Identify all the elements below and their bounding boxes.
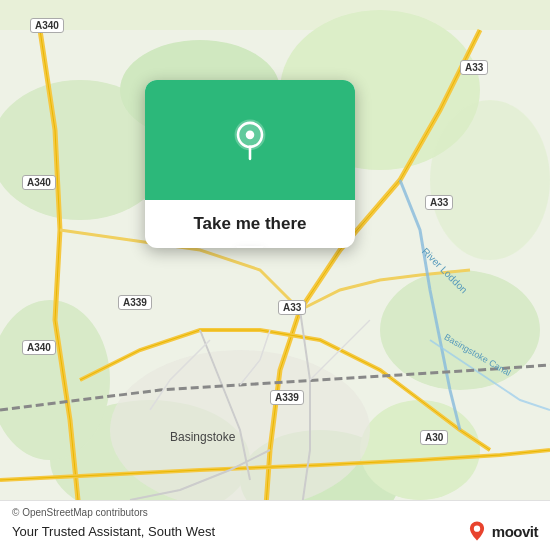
map-container: A340 A33 A340 A33 A339 A33 A340 A339 A30…: [0, 0, 550, 550]
road-label-a339-left: A339: [118, 295, 152, 310]
road-label-a30: A30: [420, 430, 448, 445]
road-label-a33-top: A33: [460, 60, 488, 75]
location-pin-icon: [226, 116, 274, 164]
attribution-text: © OpenStreetMap contributors: [12, 507, 538, 518]
moovit-pin-icon: [466, 520, 488, 542]
svg-point-14: [474, 526, 480, 532]
road-label-a339-lower: A339: [270, 390, 304, 405]
moovit-text: moovit: [492, 523, 538, 540]
moovit-logo: moovit: [466, 520, 538, 542]
svg-point-4: [430, 100, 550, 260]
popup-tail: [236, 246, 264, 248]
popup-card: Take me there: [145, 80, 355, 248]
svg-point-13: [246, 131, 255, 140]
road-label-a33-center: A33: [278, 300, 306, 315]
road-label-a340-top: A340: [30, 18, 64, 33]
popup-card-top: [145, 80, 355, 200]
basingstoke-label: Basingstoke: [170, 430, 235, 444]
take-me-there-button[interactable]: Take me there: [193, 214, 306, 233]
road-label-a340-mid: A340: [22, 175, 56, 190]
popup-card-bottom[interactable]: Take me there: [145, 200, 355, 248]
road-label-a340-lower: A340: [22, 340, 56, 355]
svg-point-9: [360, 400, 480, 500]
footer-title: Your Trusted Assistant, South West: [12, 524, 215, 539]
bottom-bar: © OpenStreetMap contributors Your Truste…: [0, 500, 550, 550]
bottom-bar-row: Your Trusted Assistant, South West moovi…: [12, 520, 538, 542]
road-label-a33-mid: A33: [425, 195, 453, 210]
